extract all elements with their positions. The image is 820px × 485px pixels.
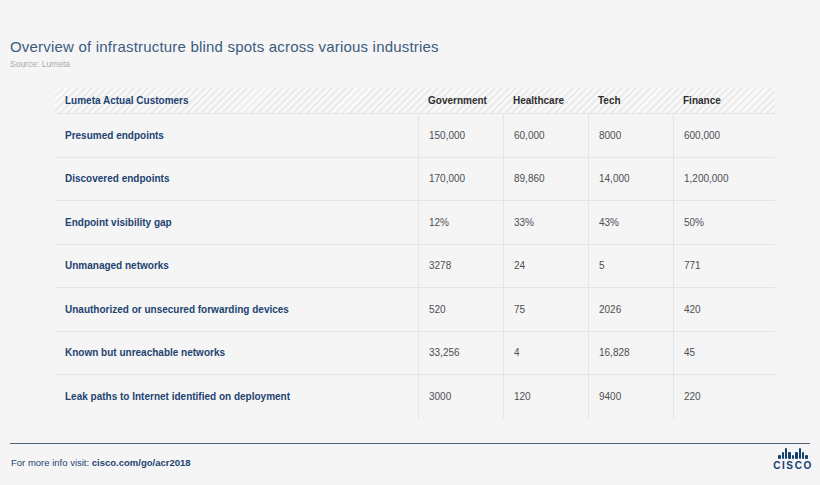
- cisco-bridge-icon: [778, 448, 808, 459]
- cell-value: 50%: [684, 217, 704, 228]
- cell-value: 33%: [514, 217, 534, 228]
- cell-value: 150,000: [429, 130, 465, 141]
- source-label: Source: Lumeta: [10, 59, 70, 69]
- cell-value: 520: [429, 304, 446, 315]
- row-label: Unmanaged networks: [55, 260, 418, 271]
- cell-value: 24: [514, 260, 525, 271]
- cell-value: 3278: [429, 260, 451, 271]
- cell-value: 220: [684, 391, 701, 402]
- cell-value: 9400: [599, 391, 621, 402]
- table-row: Endpoint visibility gap 12% 33% 43% 50%: [55, 201, 775, 245]
- table-row: Presumed endpoints 150,000 60,000 8000 6…: [55, 114, 775, 158]
- cisco-logo: CISCO: [774, 448, 812, 471]
- row-header-label: Lumeta Actual Customers: [55, 95, 418, 106]
- cell-value: 600,000: [684, 130, 720, 141]
- column-header-tech: Tech: [588, 88, 673, 113]
- table-row: Known but unreachable networks 33,256 4 …: [55, 332, 775, 376]
- table-row: Leak paths to Internet identified on dep…: [55, 375, 775, 419]
- table-row: Unmanaged networks 3278 24 5 771: [55, 245, 775, 289]
- table-row: Unauthorized or unsecured forwarding dev…: [55, 288, 775, 332]
- cell-value: 14,000: [599, 173, 630, 184]
- table-row: Discovered endpoints 170,000 89,860 14,0…: [55, 158, 775, 202]
- cell-value: 8000: [599, 130, 621, 141]
- column-header-finance: Finance: [673, 88, 775, 113]
- cell-value: 170,000: [429, 173, 465, 184]
- column-header-healthcare: Healthcare: [503, 88, 588, 113]
- column-header-government: Government: [418, 88, 503, 113]
- row-label: Presumed endpoints: [55, 130, 418, 141]
- cell-value: 2026: [599, 304, 621, 315]
- row-label: Leak paths to Internet identified on dep…: [55, 391, 418, 402]
- cell-value: 771: [684, 260, 701, 271]
- info-link[interactable]: cisco.com/go/acr2018: [92, 457, 191, 468]
- cell-value: 420: [684, 304, 701, 315]
- row-label: Discovered endpoints: [55, 173, 418, 184]
- cell-value: 33,256: [429, 347, 460, 358]
- blind-spots-table: Lumeta Actual Customers Government Healt…: [55, 88, 775, 419]
- cell-value: 4: [514, 347, 520, 358]
- footer-divider: [10, 443, 810, 444]
- cell-value: 1,200,000: [684, 173, 729, 184]
- cell-value: 43%: [599, 217, 619, 228]
- footer-info: For more info visit: cisco.com/go/acr201…: [11, 457, 191, 468]
- cell-value: 16,828: [599, 347, 630, 358]
- row-label: Unauthorized or unsecured forwarding dev…: [55, 304, 418, 315]
- cell-value: 12%: [429, 217, 449, 228]
- footer-info-prefix: For more info visit:: [11, 457, 92, 468]
- table-header-row: Lumeta Actual Customers Government Healt…: [55, 88, 775, 114]
- cisco-logo-text: CISCO: [773, 460, 813, 471]
- row-label: Known but unreachable networks: [55, 347, 418, 358]
- cell-value: 3000: [429, 391, 451, 402]
- cell-value: 45: [684, 347, 695, 358]
- cell-value: 89,860: [514, 173, 545, 184]
- cell-value: 75: [514, 304, 525, 315]
- row-label: Endpoint visibility gap: [55, 217, 418, 228]
- cell-value: 120: [514, 391, 531, 402]
- cell-value: 60,000: [514, 130, 545, 141]
- page-title: Overview of infrastructure blind spots a…: [10, 38, 439, 55]
- cell-value: 5: [599, 260, 605, 271]
